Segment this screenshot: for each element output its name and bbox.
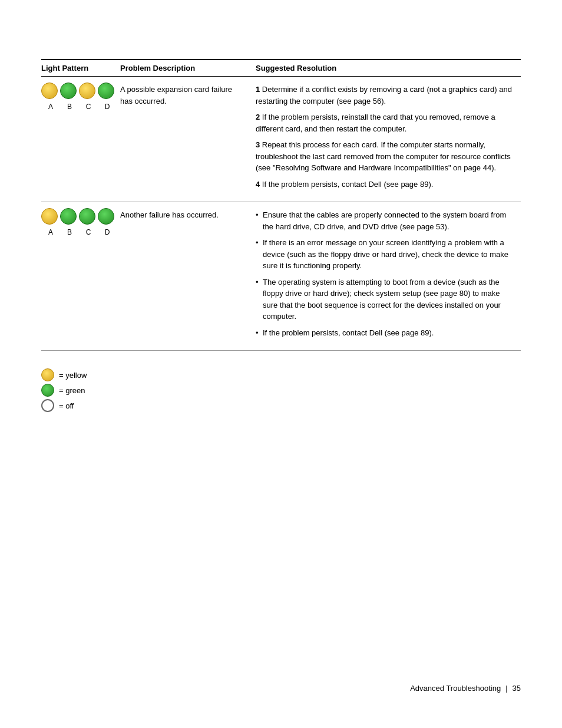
light-label: A: [42, 227, 59, 238]
resolution-cell: 1 Determine if a conflict exists by remo…: [256, 77, 521, 202]
light-label: A: [42, 101, 59, 112]
resolution-numbered-item: 1 Determine if a conflict exists by remo…: [256, 84, 516, 107]
problem-description-cell: Another failure has occurred.: [120, 202, 256, 351]
main-table: Light Pattern Problem Description Sugges…: [41, 59, 521, 351]
green-light: [98, 208, 114, 225]
light-label: C: [80, 101, 97, 112]
yellow-light: [79, 83, 95, 99]
legend-item-off: = off: [41, 399, 521, 412]
light-pattern-cell: ABCD: [41, 77, 120, 202]
resolution-bullet-item: Ensure that the cables are properly conn…: [256, 209, 516, 232]
footer-page: 35: [513, 684, 521, 693]
resolution-numbered-item: 2 If the problem persists, reinstall the…: [256, 111, 516, 134]
legend-label: = green: [59, 386, 85, 395]
resolution-bullet-item: The operating system is attempting to bo…: [256, 276, 516, 322]
green-legend-light: [41, 384, 54, 397]
table-row: ABCDA possible expansion card failure ha…: [41, 77, 521, 202]
light-label: D: [99, 227, 115, 238]
resolution-numbered-item: 3 Repeat this process for each card. If …: [256, 139, 516, 174]
yellow-legend-light: [41, 368, 54, 381]
resolution-num: 2: [256, 113, 260, 121]
resolution-bullet-item: If there is an error message on your scr…: [256, 237, 516, 272]
green-light: [98, 83, 114, 99]
legend-item-yellow: = yellow: [41, 368, 521, 381]
legend: = yellow= green= off: [41, 368, 521, 412]
footer: Advanced Troubleshooting | 35: [410, 684, 521, 693]
yellow-light: [41, 83, 58, 99]
table-row: ABCDAnother failure has occurred.Ensure …: [41, 202, 521, 351]
footer-section: Advanced Troubleshooting: [410, 684, 501, 693]
light-label: B: [61, 227, 78, 238]
green-light: [60, 208, 77, 225]
light-label: D: [99, 101, 115, 112]
light-label: B: [61, 101, 78, 112]
green-light: [79, 208, 95, 225]
resolution-num: 4: [256, 180, 260, 189]
header-problem-description: Problem Description: [120, 60, 256, 77]
problem-description-cell: A possible expansion card failure has oc…: [120, 77, 256, 202]
legend-item-green: = green: [41, 384, 521, 397]
resolution-num: 3: [256, 140, 260, 149]
page-container: Light Pattern Problem Description Sugges…: [0, 0, 562, 459]
light-label: C: [80, 227, 97, 238]
resolution-cell: Ensure that the cables are properly conn…: [256, 202, 521, 351]
light-pattern-cell: ABCD: [41, 202, 120, 351]
legend-label: = yellow: [59, 371, 87, 380]
resolution-bullet-item: If the problem persists, contact Dell (s…: [256, 327, 516, 339]
resolution-num: 1: [256, 85, 260, 94]
footer-separator: |: [505, 684, 507, 693]
yellow-light: [41, 208, 58, 225]
legend-label: = off: [59, 401, 74, 410]
header-suggested-resolution: Suggested Resolution: [256, 60, 521, 77]
table-header-row: Light Pattern Problem Description Sugges…: [41, 60, 521, 77]
resolution-numbered-item: 4 If the problem persists, contact Dell …: [256, 179, 516, 190]
header-light-pattern: Light Pattern: [41, 60, 120, 77]
off-legend-light: [41, 399, 54, 412]
green-light: [60, 83, 77, 99]
